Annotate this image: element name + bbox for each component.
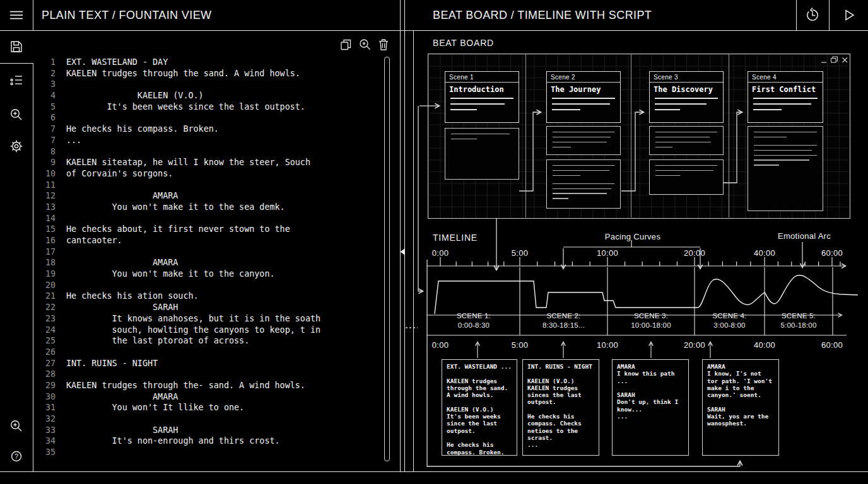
editor-line[interactable]: 9KAELEN siteatap, he will I know the ste…	[34, 157, 378, 168]
editor-line[interactable]: 27INT. RUINS - NIGHT	[34, 358, 378, 369]
note-card[interactable]	[445, 128, 519, 180]
note-card[interactable]	[546, 126, 621, 155]
pacing-curves-label: Pacing Curves	[589, 232, 677, 241]
board-column-divider	[525, 54, 526, 217]
placeholder-text-line	[450, 98, 513, 99]
scene-card-title: The Discovery	[650, 83, 723, 95]
editor-line[interactable]: 11	[34, 180, 378, 191]
script-excerpt-card-3[interactable]: AMARA I know this path ... SARAH Don't u…	[612, 359, 689, 456]
editor-line[interactable]: 22 SARAH	[34, 302, 378, 313]
editor-line[interactable]: 29KAELEN trudges through the- sand. A wi…	[34, 380, 378, 391]
placeholder-text-line	[655, 109, 680, 110]
editor-line[interactable]: 23 It knows anahoses, but it is in the s…	[34, 313, 378, 325]
editor-line[interactable]: 33 SARAH	[34, 425, 378, 436]
placeholder-text-line	[655, 137, 710, 137]
scene-card-3[interactable]: Scene 3 The Discovery	[649, 71, 724, 123]
editor-line[interactable]: 4 KAELEN (V.O.)	[34, 90, 378, 101]
line-number: 13	[34, 202, 66, 213]
script-excerpt-card-4[interactable]: AMARA I know, I's not tor path. 'I won't…	[702, 359, 779, 456]
history-button[interactable]	[804, 7, 821, 23]
editor-line[interactable]: 24 souch, howlting the canyons to keop, …	[34, 325, 378, 336]
play-button[interactable]	[840, 7, 857, 23]
line-text: cantcaoter.	[66, 235, 122, 246]
placeholder-text-line	[553, 175, 580, 176]
line-text: He checks about, it first never stown to…	[66, 224, 290, 235]
timeline-scene-2[interactable]: SCENE 2: 8:30-18:15...	[520, 311, 607, 334]
editor-line[interactable]: 21He checks his ation souch.	[34, 291, 378, 302]
editor-line[interactable]: 7...	[34, 135, 378, 146]
line-number: 20	[34, 280, 66, 291]
editor-line[interactable]: 8	[34, 146, 378, 158]
editor-line[interactable]: 7He checks his compass. Broken.	[34, 124, 378, 135]
restore-icon[interactable]	[830, 55, 838, 66]
sidebar-item-zoom-bottom[interactable]	[9, 419, 23, 433]
scene-card-1[interactable]: Scene 1 Introduction	[445, 71, 519, 123]
close-icon[interactable]	[841, 55, 848, 66]
scene-range: 8:30-18:15...	[520, 321, 607, 330]
hamburger-menu-button[interactable]	[9, 8, 24, 23]
copy-button[interactable]	[339, 38, 352, 51]
ruler-bottom-label: 10:00	[585, 340, 630, 350]
sidebar-item-help[interactable]: ?	[9, 449, 23, 463]
scene-card-2[interactable]: Scene 2 The Journey	[546, 71, 621, 123]
editor-line[interactable]: 19 You won't make it to the canyon.	[34, 268, 378, 280]
editor-line[interactable]: 26	[34, 347, 378, 358]
editor-scrollbar[interactable]	[384, 57, 390, 461]
scene-card-lines	[748, 95, 823, 110]
placeholder-text-line	[450, 103, 505, 105]
note-card[interactable]	[748, 126, 823, 211]
editor-line[interactable]: 15He checks about, it first never stown …	[34, 224, 378, 235]
panel-splitter-handle[interactable]	[399, 246, 406, 258]
sidebar-item-zoom[interactable]	[9, 108, 23, 122]
note-card[interactable]	[649, 126, 724, 155]
placeholder-text-line	[754, 132, 817, 132]
editor-line[interactable]: 12 AMARA	[34, 190, 378, 202]
script-excerpt-card-2[interactable]: INT. RUINS - NIGHT KAELEN (V.O.) KAELEN …	[522, 359, 599, 456]
editor-line[interactable]: 2KAELEN trudges through the sand. A wind…	[34, 68, 378, 79]
editor-line[interactable]: 30 AMARA	[34, 391, 378, 403]
timeline-scene-5[interactable]: SCENE 5: 5:00-18:00	[765, 311, 833, 334]
help-icon: ?	[9, 449, 23, 463]
editor-line[interactable]: 34 It's non-enrough and thirs crost.	[34, 435, 378, 447]
editor-line[interactable]: 3	[34, 79, 378, 90]
placeholder-text-line	[553, 170, 609, 171]
line-text: souch, howlting the canyons to keop, t i…	[66, 325, 320, 336]
editor-line[interactable]: 35	[34, 447, 378, 458]
line-number: 19	[34, 268, 66, 280]
editor-line[interactable]: 31 You won't It llike to one.	[34, 402, 378, 413]
delete-button[interactable]	[377, 38, 390, 51]
note-card[interactable]	[649, 159, 724, 195]
line-text: It's been weeks since the last outpost.	[66, 101, 305, 113]
editor-line[interactable]: 28	[34, 369, 378, 380]
editor-line[interactable]: 6	[34, 112, 378, 124]
minimize-icon[interactable]	[820, 55, 828, 66]
timeline-scene-3[interactable]: SCENE 3: 10:00-18:00	[607, 311, 695, 334]
editor-line[interactable]: 25 the last ptoroat of across.	[34, 335, 378, 347]
editor-line[interactable]: 5 It's been weeks since the last outpost…	[34, 101, 378, 113]
sidebar-item-settings[interactable]	[9, 139, 23, 153]
placeholder-text-line	[655, 175, 680, 176]
editor-line[interactable]: 32	[34, 413, 378, 425]
line-number: 7	[34, 124, 66, 135]
editor-lines[interactable]: 1EXT. WASTELAND - DAY2KAELEN trudges thr…	[34, 57, 378, 458]
editor-line[interactable]: 18 AMARA	[34, 257, 378, 268]
editor-line[interactable]: 17	[34, 246, 378, 258]
timeline-scene-4[interactable]: SCENE 4: 3:00-8:00	[695, 311, 765, 334]
editor-line[interactable]: 16cantcaoter.	[34, 235, 378, 246]
find-button[interactable]	[358, 38, 371, 51]
sidebar-tab-save[interactable]	[0, 30, 33, 63]
timeline-scene-1[interactable]: SCENE 1: 0:00-8:30	[428, 311, 520, 334]
sidebar-item-outline[interactable]	[9, 74, 23, 88]
line-text: AMARA	[66, 257, 178, 268]
editor-line[interactable]: 14	[34, 213, 378, 224]
script-excerpt-card-1[interactable]: EXT. WASTELAND ... KAELEN trudges throug…	[442, 359, 517, 456]
editor-line[interactable]: 1EXT. WASTELAND - DAY	[34, 57, 378, 68]
board-column-divider	[729, 54, 729, 217]
line-number: 2	[34, 68, 66, 79]
editor-line[interactable]: 10of Corvain's sorgons.	[34, 168, 378, 180]
scene-card-4[interactable]: Scene 4 First Conflict	[748, 71, 823, 123]
editor-line[interactable]: 13 You won't make it to the sea demk.	[34, 202, 378, 213]
note-card[interactable]	[546, 159, 621, 209]
left-panel-title: PLAIN TEXT / FOUNTAIN VIEW	[42, 0, 211, 30]
editor-line[interactable]: 20	[34, 280, 378, 291]
